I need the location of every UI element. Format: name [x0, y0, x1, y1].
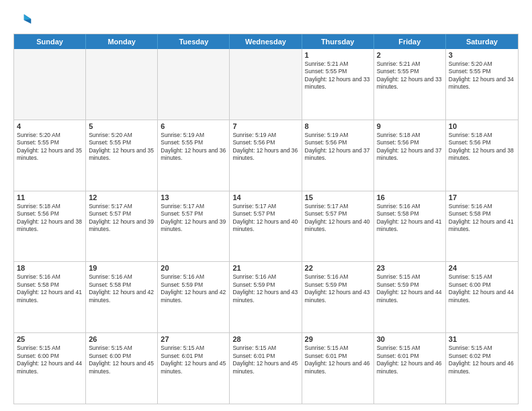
calendar-cell: 26Sunrise: 5:15 AM Sunset: 6:00 PM Dayli…: [86, 333, 158, 404]
day-info: Sunrise: 5:15 AM Sunset: 6:00 PM Dayligh…: [449, 273, 515, 304]
calendar-cell: 25Sunrise: 5:15 AM Sunset: 6:00 PM Dayli…: [14, 333, 86, 404]
calendar-cell: 24Sunrise: 5:15 AM Sunset: 6:00 PM Dayli…: [446, 262, 518, 332]
calendar-cell: 30Sunrise: 5:15 AM Sunset: 6:01 PM Dayli…: [374, 333, 446, 404]
weekday-header: Saturday: [446, 34, 518, 49]
day-number: 8: [305, 122, 371, 130]
calendar-body: 1Sunrise: 5:21 AM Sunset: 5:55 PM Daylig…: [14, 49, 518, 404]
day-info: Sunrise: 5:15 AM Sunset: 6:02 PM Dayligh…: [449, 345, 515, 375]
day-info: Sunrise: 5:15 AM Sunset: 6:01 PM Dayligh…: [305, 345, 371, 375]
day-number: 29: [305, 335, 371, 343]
weekday-header: Wednesday: [230, 34, 302, 49]
calendar-cell: [230, 49, 302, 120]
day-number: 20: [161, 264, 226, 272]
day-number: 13: [161, 193, 226, 201]
day-number: 23: [377, 264, 443, 272]
day-info: Sunrise: 5:16 AM Sunset: 5:58 PM Dayligh…: [377, 203, 443, 234]
day-info: Sunrise: 5:17 AM Sunset: 5:57 PM Dayligh…: [161, 203, 226, 234]
calendar-cell: 23Sunrise: 5:15 AM Sunset: 5:59 PM Dayli…: [374, 262, 446, 332]
calendar-cell: 31Sunrise: 5:15 AM Sunset: 6:02 PM Dayli…: [446, 333, 518, 404]
day-number: 16: [377, 193, 443, 201]
day-info: Sunrise: 5:16 AM Sunset: 5:59 PM Dayligh…: [161, 273, 226, 304]
day-info: Sunrise: 5:15 AM Sunset: 6:01 PM Dayligh…: [377, 345, 443, 375]
calendar-cell: 1Sunrise: 5:21 AM Sunset: 5:55 PM Daylig…: [302, 49, 374, 120]
day-number: 22: [305, 264, 371, 272]
day-info: Sunrise: 5:20 AM Sunset: 5:55 PM Dayligh…: [17, 132, 83, 163]
day-info: Sunrise: 5:19 AM Sunset: 5:55 PM Dayligh…: [161, 132, 226, 163]
day-number: 18: [17, 264, 83, 272]
calendar-cell: 10Sunrise: 5:18 AM Sunset: 5:56 PM Dayli…: [446, 120, 518, 191]
day-number: 26: [89, 335, 154, 343]
calendar-cell: 14Sunrise: 5:17 AM Sunset: 5:57 PM Dayli…: [230, 191, 302, 262]
calendar-row: 1Sunrise: 5:21 AM Sunset: 5:55 PM Daylig…: [14, 49, 518, 120]
day-info: Sunrise: 5:21 AM Sunset: 5:55 PM Dayligh…: [377, 60, 443, 91]
calendar-cell: 5Sunrise: 5:20 AM Sunset: 5:55 PM Daylig…: [86, 120, 158, 191]
day-number: 1: [305, 51, 371, 59]
calendar: SundayMondayTuesdayWednesdayThursdayFrid…: [13, 34, 519, 404]
weekday-header: Thursday: [302, 34, 374, 49]
day-number: 19: [89, 264, 154, 272]
day-info: Sunrise: 5:16 AM Sunset: 5:58 PM Dayligh…: [89, 273, 154, 304]
weekday-header: Sunday: [14, 34, 86, 49]
day-number: 31: [449, 335, 515, 343]
day-info: Sunrise: 5:15 AM Sunset: 6:01 PM Dayligh…: [161, 345, 226, 375]
day-number: 30: [377, 335, 443, 343]
day-info: Sunrise: 5:15 AM Sunset: 6:00 PM Dayligh…: [89, 345, 154, 375]
day-info: Sunrise: 5:17 AM Sunset: 5:57 PM Dayligh…: [305, 203, 371, 234]
calendar-cell: [158, 49, 230, 120]
calendar-cell: [14, 49, 86, 120]
calendar-cell: 28Sunrise: 5:15 AM Sunset: 6:01 PM Dayli…: [230, 333, 302, 404]
calendar-cell: 3Sunrise: 5:20 AM Sunset: 5:55 PM Daylig…: [446, 49, 518, 120]
day-number: 12: [89, 193, 154, 201]
day-info: Sunrise: 5:19 AM Sunset: 5:56 PM Dayligh…: [232, 132, 298, 163]
day-number: 2: [377, 51, 443, 59]
day-info: Sunrise: 5:19 AM Sunset: 5:56 PM Dayligh…: [305, 132, 371, 163]
calendar-row: 4Sunrise: 5:20 AM Sunset: 5:55 PM Daylig…: [14, 120, 518, 191]
calendar-cell: 27Sunrise: 5:15 AM Sunset: 6:01 PM Dayli…: [158, 333, 230, 404]
day-number: 17: [449, 193, 515, 201]
calendar-cell: 2Sunrise: 5:21 AM Sunset: 5:55 PM Daylig…: [374, 49, 446, 120]
day-number: 7: [232, 122, 298, 130]
calendar-cell: 16Sunrise: 5:16 AM Sunset: 5:58 PM Dayli…: [374, 191, 446, 262]
logo-icon: [13, 11, 32, 30]
day-number: 9: [377, 122, 443, 130]
calendar-cell: 18Sunrise: 5:16 AM Sunset: 5:58 PM Dayli…: [14, 262, 86, 332]
day-info: Sunrise: 5:16 AM Sunset: 5:58 PM Dayligh…: [17, 273, 83, 304]
day-info: Sunrise: 5:20 AM Sunset: 5:55 PM Dayligh…: [89, 132, 154, 163]
day-info: Sunrise: 5:21 AM Sunset: 5:55 PM Dayligh…: [305, 60, 371, 91]
day-info: Sunrise: 5:15 AM Sunset: 6:00 PM Dayligh…: [17, 345, 83, 375]
calendar-cell: 21Sunrise: 5:16 AM Sunset: 5:59 PM Dayli…: [230, 262, 302, 332]
calendar-cell: 13Sunrise: 5:17 AM Sunset: 5:57 PM Dayli…: [158, 191, 230, 262]
day-info: Sunrise: 5:20 AM Sunset: 5:55 PM Dayligh…: [449, 60, 515, 91]
weekday-header: Monday: [86, 34, 158, 49]
day-info: Sunrise: 5:15 AM Sunset: 6:01 PM Dayligh…: [232, 345, 298, 375]
calendar-cell: 9Sunrise: 5:18 AM Sunset: 5:56 PM Daylig…: [374, 120, 446, 191]
day-number: 4: [17, 122, 83, 130]
day-number: 15: [305, 193, 371, 201]
day-info: Sunrise: 5:15 AM Sunset: 5:59 PM Dayligh…: [377, 273, 443, 304]
calendar-cell: 17Sunrise: 5:16 AM Sunset: 5:58 PM Dayli…: [446, 191, 518, 262]
calendar-cell: 8Sunrise: 5:19 AM Sunset: 5:56 PM Daylig…: [302, 120, 374, 191]
weekday-header: Friday: [374, 34, 446, 49]
calendar-cell: 12Sunrise: 5:17 AM Sunset: 5:57 PM Dayli…: [86, 191, 158, 262]
day-info: Sunrise: 5:18 AM Sunset: 5:56 PM Dayligh…: [17, 203, 83, 234]
day-info: Sunrise: 5:16 AM Sunset: 5:59 PM Dayligh…: [305, 273, 371, 304]
day-number: 11: [17, 193, 83, 201]
calendar-cell: 11Sunrise: 5:18 AM Sunset: 5:56 PM Dayli…: [14, 191, 86, 262]
logo: [13, 11, 35, 30]
day-number: 3: [449, 51, 515, 59]
weekday-header: Tuesday: [158, 34, 230, 49]
calendar-row: 18Sunrise: 5:16 AM Sunset: 5:58 PM Dayli…: [14, 262, 518, 333]
calendar-cell: 20Sunrise: 5:16 AM Sunset: 5:59 PM Dayli…: [158, 262, 230, 332]
calendar-cell: 22Sunrise: 5:16 AM Sunset: 5:59 PM Dayli…: [302, 262, 374, 332]
day-number: 27: [161, 335, 226, 343]
calendar-row: 25Sunrise: 5:15 AM Sunset: 6:00 PM Dayli…: [14, 333, 518, 404]
day-number: 14: [232, 193, 298, 201]
day-number: 21: [232, 264, 298, 272]
calendar-cell: 19Sunrise: 5:16 AM Sunset: 5:58 PM Dayli…: [86, 262, 158, 332]
day-info: Sunrise: 5:18 AM Sunset: 5:56 PM Dayligh…: [449, 132, 515, 163]
calendar-cell: 4Sunrise: 5:20 AM Sunset: 5:55 PM Daylig…: [14, 120, 86, 191]
day-info: Sunrise: 5:16 AM Sunset: 5:59 PM Dayligh…: [232, 273, 298, 304]
calendar-header: SundayMondayTuesdayWednesdayThursdayFrid…: [14, 34, 518, 49]
calendar-row: 11Sunrise: 5:18 AM Sunset: 5:56 PM Dayli…: [14, 191, 518, 263]
day-number: 5: [89, 122, 154, 130]
